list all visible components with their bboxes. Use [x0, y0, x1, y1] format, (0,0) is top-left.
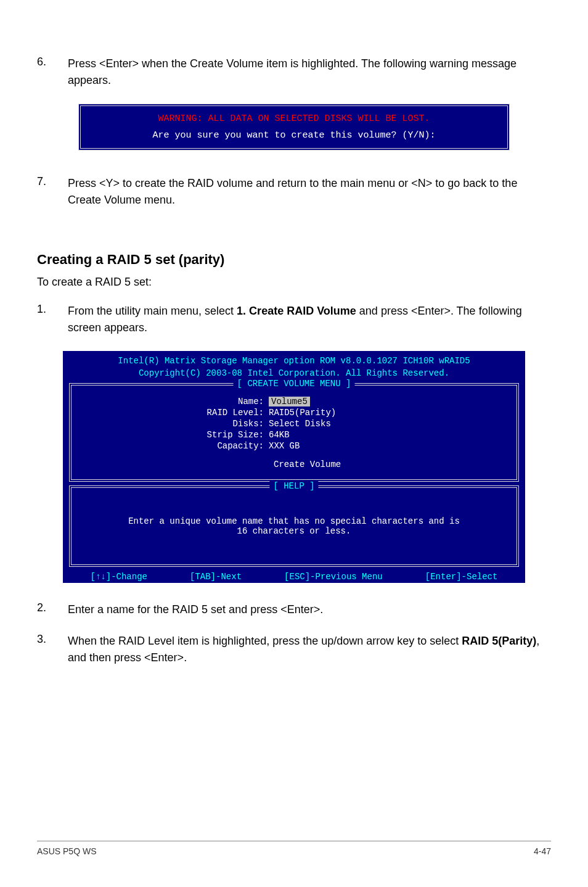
- step-3: 3. When the RAID Level item is highlight…: [37, 633, 551, 666]
- field-raid: RAID Level: RAID5(Parity): [84, 408, 504, 418]
- value-name: Volume5: [269, 397, 310, 406]
- warning-white-text: Are you sure you want to create this vol…: [88, 130, 500, 141]
- step-7-num: 7.: [37, 175, 68, 208]
- step-7-text: Press <Y> to create the RAID volume and …: [68, 175, 551, 208]
- create-volume-menu: [ CREATE VOLUME MENU ] Name: Volume5 RAI…: [69, 383, 519, 482]
- step-3-num: 3.: [37, 633, 68, 666]
- field-disks: Disks: Select Disks: [84, 419, 504, 429]
- step-3-text: When the RAID Level item is highlighted,…: [68, 633, 551, 666]
- bios-header-2: Copyright(C) 2003-08 Intel Corporation. …: [63, 367, 525, 379]
- step-3-bold: RAID 5(Parity): [462, 635, 536, 647]
- create-volume-text: Create Volume: [84, 460, 504, 469]
- bios-header-1: Intel(R) Matrix Storage Manager option R…: [63, 355, 525, 367]
- field-name: Name: Volume5: [84, 397, 504, 406]
- field-strip: Strip Size: 64KB: [84, 430, 504, 440]
- footer-left: ASUS P5Q WS: [37, 846, 96, 856]
- step-7: 7. Press <Y> to create the RAID volume a…: [37, 175, 551, 208]
- label-disks: Disks:: [84, 419, 269, 429]
- warning-dialog: WARNING: ALL DATA ON SELECTED DISKS WILL…: [78, 104, 510, 151]
- step-6: 6. Press <Enter> when the Create Volume …: [37, 56, 551, 89]
- page-footer: ASUS P5Q WS 4-47: [37, 841, 551, 856]
- create-menu-label: [ CREATE VOLUME MENU ]: [234, 379, 355, 389]
- help-line1: Enter a unique volume name that has no s…: [84, 516, 504, 526]
- help-box: [ HELP ] Enter a unique volume name that…: [69, 485, 519, 567]
- help-text: Enter a unique volume name that has no s…: [84, 516, 504, 536]
- label-name: Name:: [84, 397, 269, 406]
- value-disks: Select Disks: [269, 419, 331, 429]
- intro-text: To create a RAID 5 set:: [37, 274, 551, 291]
- step-1: 1. From the utility main menu, select 1.…: [37, 303, 551, 336]
- warning-red-text: WARNING: ALL DATA ON SELECTED DISKS WILL…: [88, 113, 500, 124]
- step-1-before: From the utility main menu, select: [68, 305, 237, 317]
- value-capacity: XXX GB: [269, 441, 300, 451]
- field-capacity: Capacity: XXX GB: [84, 441, 504, 451]
- value-strip: 64KB: [269, 430, 290, 440]
- footer-change: [↑↓]-Change: [91, 572, 147, 582]
- step-6-num: 6.: [37, 56, 68, 89]
- step-3-before: When the RAID Level item is highlighted,…: [68, 635, 462, 647]
- step-6-text: Press <Enter> when the Create Volume ite…: [68, 56, 551, 89]
- step-2-text: Enter a name for the RAID 5 set and pres…: [68, 601, 323, 618]
- bios-footer: [↑↓]-Change [TAB]-Next [ESC]-Previous Me…: [63, 571, 525, 583]
- step-1-text: From the utility main menu, select 1. Cr…: [68, 303, 551, 336]
- bios-screenshot: Intel(R) Matrix Storage Manager option R…: [63, 351, 525, 583]
- footer-prev: [ESC]-Previous Menu: [284, 572, 383, 582]
- footer-right: 4-47: [534, 846, 551, 856]
- value-raid: RAID5(Parity): [269, 408, 336, 418]
- help-label: [ HELP ]: [269, 481, 318, 491]
- footer-next: [TAB]-Next: [190, 572, 242, 582]
- footer-select: [Enter]-Select: [425, 572, 498, 582]
- help-line2: 16 characters or less.: [84, 526, 504, 536]
- section-heading: Creating a RAID 5 set (parity): [37, 252, 551, 268]
- label-capacity: Capacity:: [84, 441, 269, 451]
- step-1-bold: 1. Create RAID Volume: [237, 305, 356, 317]
- label-raid: RAID Level:: [84, 408, 269, 418]
- step-2-num: 2.: [37, 601, 68, 618]
- label-strip: Strip Size:: [84, 430, 269, 440]
- step-1-num: 1.: [37, 303, 68, 336]
- step-2: 2. Enter a name for the RAID 5 set and p…: [37, 601, 551, 618]
